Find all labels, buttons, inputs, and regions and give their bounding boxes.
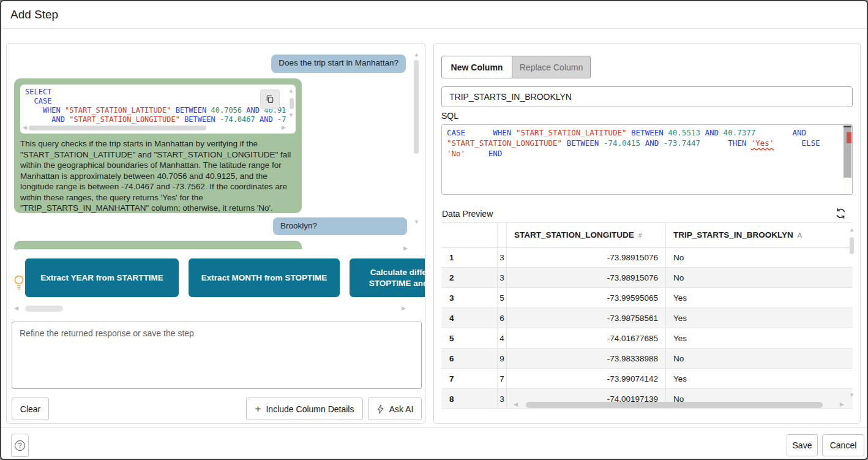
table-header-row: START_STATION_LONGITUDE # TRIP_STARTS_IN… — [441, 223, 853, 247]
table-cell: -74.01677685 — [507, 328, 666, 348]
ai-chat-panel: Does the trip start in Manhattan? SELECT… — [6, 43, 425, 424]
save-button[interactable]: Save — [787, 434, 818, 456]
scroll-left-icon[interactable]: ◀ — [14, 306, 18, 311]
table-cell: 7 — [441, 369, 498, 388]
column-header-brooklyn[interactable]: TRIP_STARTS_IN_BROOKLYN A — [666, 223, 845, 247]
table-cell: Yes — [666, 369, 845, 388]
column-name-input[interactable] — [441, 86, 853, 107]
lightning-icon — [376, 404, 384, 414]
scroll-up-icon[interactable]: ▲ — [849, 227, 855, 233]
scroll-right-icon[interactable]: ▶ — [840, 402, 844, 407]
cancel-button[interactable]: Cancel — [822, 434, 864, 456]
numeric-type-icon: # — [638, 232, 642, 239]
table-cell: No — [666, 268, 845, 287]
table-cell: -73.98915076 — [507, 247, 666, 267]
scroll-right-icon[interactable]: ▶ — [402, 306, 406, 311]
table-cell: Yes — [666, 328, 845, 348]
suggestions-scrollbar-thumb[interactable] — [25, 306, 63, 312]
ai-explanation-text: This query checks if the trip starts in … — [14, 138, 302, 214]
refine-response-input[interactable] — [12, 322, 422, 389]
page-title: Add Step — [10, 8, 58, 21]
tab-replace-column[interactable]: Replace Column — [512, 56, 591, 78]
column-header-longitude[interactable]: START_STATION_LONGITUDE # — [507, 223, 666, 247]
table-cell: 5 — [498, 288, 507, 307]
table-cell: 1 — [441, 247, 498, 267]
ask-ai-button[interactable]: Ask AI — [368, 398, 422, 420]
table-row: 46-73.98758561Yes — [441, 308, 853, 328]
table-cell: -73.99595065 — [507, 288, 666, 307]
table-cell: 4 — [498, 328, 507, 348]
table-cell: -73.98758561 — [507, 308, 666, 328]
table-hscrollbar[interactable]: ◀ ▶ — [514, 401, 844, 409]
sql-snippet-code: SELECT CASE WHEN "START_STATION_LATITUDE… — [20, 85, 296, 127]
dialog-titlebar: Add Step — [1, 1, 867, 29]
clear-button[interactable]: Clear — [12, 398, 49, 420]
table-cell: -73.98915076 — [507, 268, 666, 287]
table-cell: 3 — [498, 389, 507, 409]
table-row: 35-73.99595065Yes — [441, 288, 853, 308]
table-cell: 6 — [441, 349, 498, 368]
lightbulb-icon — [13, 274, 25, 290]
scroll-down-icon[interactable]: ▼ — [414, 219, 419, 225]
table-row: 13-73.98915076No — [441, 247, 853, 268]
scroll-up-icon[interactable]: ▲ — [414, 52, 419, 58]
horizontal-scrollbar-thumb[interactable] — [29, 126, 206, 130]
footer-divider — [1, 427, 867, 428]
sql-editor-scrollbar[interactable] — [844, 126, 851, 195]
include-column-details-button[interactable]: + Include Column Details — [246, 398, 363, 420]
sql-label: SQL — [441, 111, 458, 121]
scroll-left-icon[interactable]: ◀ — [23, 125, 27, 130]
table-cell: 3 — [498, 247, 507, 267]
user-message-bubble: Brooklyn? — [273, 217, 407, 235]
scroll-down-icon[interactable]: ▼ — [288, 113, 294, 118]
table-cell: 3 — [441, 288, 498, 307]
scroll-down-icon[interactable]: ▼ — [849, 393, 855, 398]
table-vscrollbar-thumb[interactable] — [850, 237, 854, 254]
table-cell: 3 — [498, 268, 507, 287]
table-row: 69-73.98338988No — [441, 349, 853, 369]
help-button[interactable]: ? — [11, 434, 29, 457]
row-number-header — [441, 223, 498, 247]
table-cell: 7 — [498, 369, 507, 388]
text-type-icon: A — [798, 232, 802, 239]
sql-editor-code: CASE WHEN "START_STATION_LATITUDE" BETWE… — [442, 125, 852, 161]
column-definition-panel: New Column Replace Column SQL CASE WHEN … — [433, 43, 861, 424]
table-cell: 5 — [441, 328, 498, 348]
scroll-left-icon[interactable]: ◀ — [13, 246, 17, 251]
table-body: 13-73.98915076No23-73.98915076No35-73.99… — [441, 247, 853, 409]
scroll-right-icon[interactable]: ▶ — [282, 125, 286, 130]
suggestion-button[interactable]: Calculate diffeSTOPTIME and — [350, 258, 425, 297]
table-row: 54-74.01677685Yes — [441, 328, 853, 349]
data-preview-table: START_STATION_LONGITUDE # TRIP_STARTS_IN… — [441, 222, 853, 411]
tab-new-column[interactable]: New Column — [441, 56, 512, 78]
copy-icon — [265, 94, 275, 104]
clipped-column-header — [498, 223, 507, 247]
vertical-scrollbar-thumb[interactable] — [290, 98, 294, 109]
table-cell: 8 — [441, 389, 498, 409]
table-cell: 6 — [498, 308, 507, 328]
refresh-button[interactable] — [835, 208, 848, 221]
scroll-right-icon[interactable]: ▶ — [403, 246, 408, 251]
error-annotation-marker — [847, 132, 851, 143]
suggestion-carousel: Extract YEAR from STARTTIMEExtract MONTH… — [25, 258, 425, 297]
table-cell: 9 — [498, 349, 507, 368]
chat-scrollbar-thumb[interactable] — [414, 60, 419, 154]
refresh-icon — [835, 208, 848, 219]
copy-button[interactable] — [260, 89, 280, 109]
table-cell: 4 — [441, 308, 498, 328]
table-cell: No — [666, 349, 845, 368]
sql-snippet-block[interactable]: SELECT CASE WHEN "START_STATION_LATITUDE… — [20, 85, 296, 134]
table-cell: Yes — [666, 308, 845, 328]
table-hscrollbar-thumb[interactable] — [526, 402, 823, 408]
scroll-left-icon[interactable]: ◀ — [514, 402, 518, 407]
user-message-bubble: Does the trip start in Manhattan? — [271, 55, 406, 73]
table-cell: No — [666, 247, 845, 267]
sql-editor[interactable]: CASE WHEN "START_STATION_LATITUDE" BETWE… — [441, 124, 853, 195]
table-row: 23-73.98915076No — [441, 268, 853, 288]
ai-response-bubble-clipped — [14, 241, 302, 249]
suggestion-button[interactable]: Extract YEAR from STARTTIME — [25, 258, 179, 297]
data-preview-label: Data Preview — [442, 209, 493, 219]
scroll-up-icon[interactable]: ▲ — [288, 88, 294, 94]
table-cell: -73.99074142 — [507, 369, 666, 388]
suggestion-button[interactable]: Extract MONTH from STOPTIME — [189, 258, 340, 297]
